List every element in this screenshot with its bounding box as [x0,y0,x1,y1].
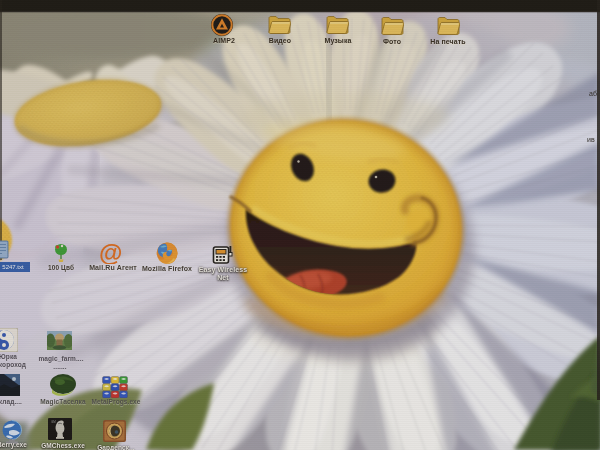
svg-text:аб: аб [589,90,597,97]
svg-text:@: @ [99,241,122,264]
svg-text:GM: GM [51,420,56,424]
svg-text:ив: ив [587,136,595,143]
